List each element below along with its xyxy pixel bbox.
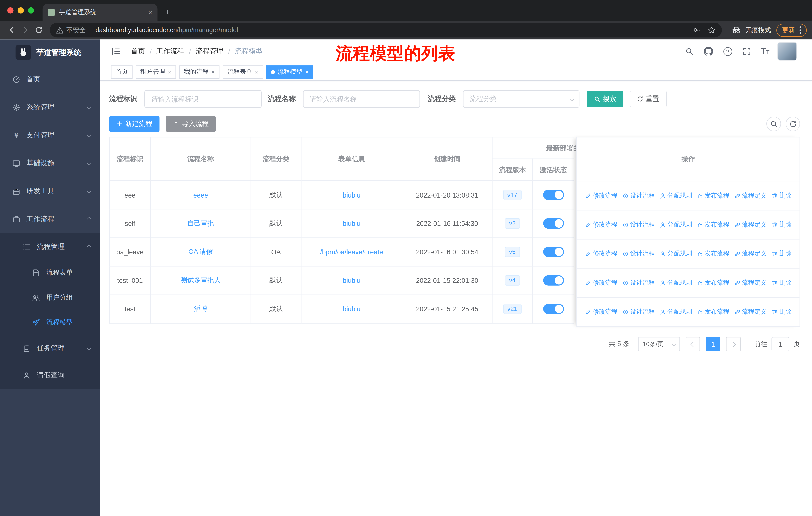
form-link[interactable]: biubiu [343,191,360,199]
op-delete-link[interactable]: 删除 [771,220,791,229]
op-assign-link[interactable]: 分配规则 [660,191,692,200]
op-publish-link[interactable]: 发布流程 [697,220,729,229]
close-icon[interactable]: × [168,69,171,75]
browser-menu-icon[interactable] [800,26,801,34]
reset-button[interactable]: 重置 [630,91,667,107]
op-edit-link[interactable]: 修改流程 [585,307,618,316]
tag-tenant-management[interactable]: 租户管理× [136,65,176,78]
breadcrumb-process-management[interactable]: 流程管理 [196,47,224,56]
breadcrumb-workflow[interactable]: 工作流程 [156,47,184,56]
reload-button[interactable] [32,23,46,37]
op-assign-link[interactable]: 分配规则 [660,307,692,316]
search-button[interactable]: 搜索 [587,91,624,107]
import-process-button[interactable]: 导入流程 [166,116,216,132]
tab-close-icon[interactable]: × [148,8,152,16]
close-icon[interactable]: × [211,69,215,75]
breadcrumb-home[interactable]: 首页 [131,47,145,56]
op-design-link[interactable]: 设计流程 [622,307,655,316]
prev-page-button[interactable] [686,337,700,351]
password-key-button[interactable] [693,26,701,34]
sidebar-item-leave-query[interactable]: 请假查询 [0,362,100,389]
status-toggle[interactable] [543,190,563,200]
status-toggle[interactable] [543,304,563,314]
bookmark-star-button[interactable] [707,26,716,34]
sidebar-item-process-management[interactable]: 流程管理 [0,233,100,260]
op-definition-link[interactable]: 流程定义 [734,249,767,258]
form-link[interactable]: biubiu [343,219,360,227]
form-link[interactable]: biubiu [343,277,360,284]
op-design-link[interactable]: 设计流程 [622,249,655,258]
close-icon[interactable]: × [255,69,258,75]
sidebar-item-system[interactable]: 系统管理 [0,93,100,121]
process-name-link[interactable]: eeee [193,191,208,199]
fullscreen-button[interactable] [743,47,751,55]
op-edit-link[interactable]: 修改流程 [585,249,618,258]
op-assign-link[interactable]: 分配规则 [660,220,692,229]
tag-home[interactable]: 首页 [111,65,133,78]
tag-my-process[interactable]: 我的流程× [179,65,220,78]
tag-process-form[interactable]: 流程表单× [223,65,263,78]
op-edit-link[interactable]: 修改流程 [585,278,618,287]
tag-process-model[interactable]: 流程模型× [266,65,313,78]
form-link[interactable]: /bpm/oa/leave/create [320,248,383,256]
refresh-table-button[interactable] [786,117,800,131]
forward-button[interactable] [19,23,32,37]
window-zoom-button[interactable] [28,7,34,13]
sidebar-item-workflow[interactable]: 工作流程 [0,205,100,233]
process-name-link[interactable]: 自己审批 [187,219,214,227]
process-name-link[interactable]: 测试多审批人 [180,276,221,284]
sidebar-item-process-model[interactable]: 流程模型 [0,310,100,335]
op-delete-link[interactable]: 删除 [771,191,791,200]
browser-tab[interactable]: 芋道管理系统 × [42,3,157,21]
op-assign-link[interactable]: 分配规则 [660,249,692,258]
op-publish-link[interactable]: 发布流程 [697,249,729,258]
sidebar-item-devtools[interactable]: 研发工具 [0,178,100,205]
process-name-input[interactable] [303,90,420,108]
page-1-button[interactable]: 1 [706,337,720,351]
github-button[interactable] [704,47,713,56]
security-indicator[interactable]: 不安全 [56,26,86,34]
sidebar-item-user-group[interactable]: 用户分组 [0,285,100,310]
process-name-link[interactable]: OA 请假 [188,248,213,255]
process-key-input[interactable] [144,90,262,108]
op-edit-link[interactable]: 修改流程 [585,220,618,229]
op-definition-link[interactable]: 流程定义 [734,278,767,287]
new-tab-button[interactable]: + [165,7,170,17]
op-publish-link[interactable]: 发布流程 [697,307,729,316]
op-definition-link[interactable]: 流程定义 [734,307,767,316]
sidebar-item-process-form[interactable]: 流程表单 [0,260,100,285]
process-category-select[interactable]: 流程分类 [463,90,579,108]
status-toggle[interactable] [543,218,563,228]
op-definition-link[interactable]: 流程定义 [734,220,767,229]
op-publish-link[interactable]: 发布流程 [697,278,729,287]
sidebar-item-payment[interactable]: ¥ 支付管理 [0,121,100,149]
browser-update-button[interactable]: 更新 [776,24,807,36]
window-close-button[interactable] [7,7,13,13]
sidebar-item-infrastructure[interactable]: 基础设施 [0,150,100,178]
address-bar[interactable]: 不安全 dashboard.yudao.iocoder.cn /bpm/mana… [50,23,722,37]
op-design-link[interactable]: 设计流程 [622,278,655,287]
help-button[interactable]: ? [723,47,732,56]
op-edit-link[interactable]: 修改流程 [585,191,618,200]
create-process-button[interactable]: 新建流程 [109,116,160,132]
back-button[interactable] [5,23,19,37]
toggle-search-button[interactable] [766,117,781,131]
page-size-select[interactable]: 10条/页 [638,337,680,351]
op-delete-link[interactable]: 删除 [771,278,791,287]
op-definition-link[interactable]: 流程定义 [734,191,767,200]
status-toggle[interactable] [543,247,563,257]
form-link[interactable]: biubiu [343,305,360,313]
next-page-button[interactable] [726,337,741,351]
font-size-button[interactable]: TT [761,47,770,55]
op-delete-link[interactable]: 删除 [771,307,791,316]
header-search-button[interactable] [685,47,693,55]
op-delete-link[interactable]: 删除 [771,249,791,258]
op-publish-link[interactable]: 发布流程 [697,191,729,200]
sidebar-item-task-management[interactable]: 任务管理 [0,335,100,362]
sidebar-item-home[interactable]: 首页 [0,65,100,93]
process-name-link[interactable]: 滔博 [194,305,207,313]
avatar[interactable] [778,43,796,60]
status-toggle[interactable] [543,275,563,286]
goto-page-input[interactable] [772,337,789,351]
close-icon[interactable]: × [305,69,309,75]
